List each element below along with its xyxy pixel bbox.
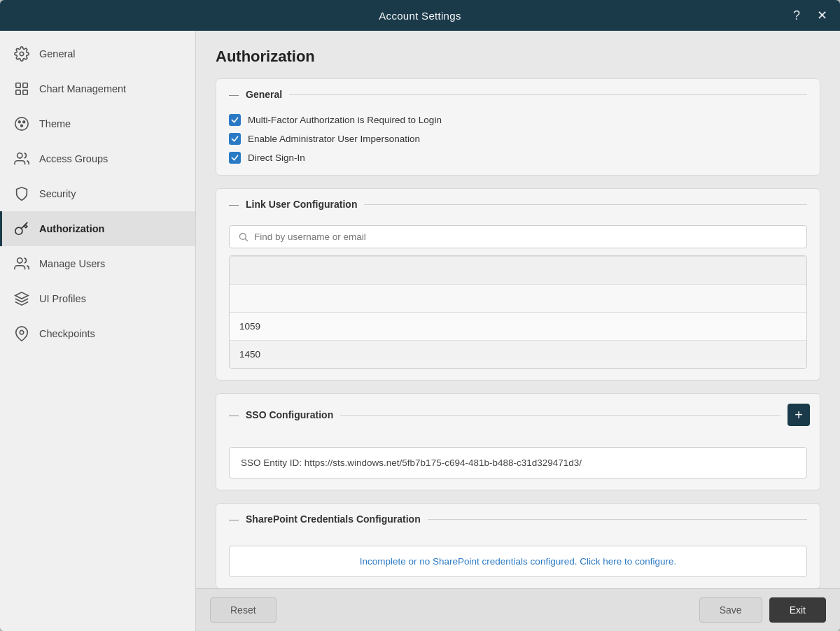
sidebar-item-theme[interactable]: Theme bbox=[0, 106, 195, 141]
general-dash: — bbox=[229, 89, 239, 100]
page-title: Authorization bbox=[216, 48, 820, 66]
palette-icon bbox=[14, 116, 29, 132]
sso-section-title: SSO Configuration bbox=[246, 409, 333, 420]
exit-button[interactable]: Exit bbox=[769, 597, 826, 623]
checkmark-icon bbox=[231, 154, 239, 162]
reset-button[interactable]: Reset bbox=[210, 597, 276, 623]
sso-entity-id-text: SSO Entity ID: https://sts.windows.net/5… bbox=[241, 458, 582, 468]
sharepoint-section-title: SharePoint Credentials Configuration bbox=[246, 513, 421, 525]
link-user-section: — Link User Configuration bbox=[216, 188, 820, 381]
titlebar-controls: ? ✕ bbox=[787, 6, 832, 25]
direct-signin-checkbox[interactable] bbox=[229, 152, 241, 164]
content-area: Authorization — General Multi-Factor bbox=[196, 31, 840, 631]
impersonation-checkbox[interactable] bbox=[229, 133, 241, 145]
general-section-body: Multi-Factor Authorization is Required t… bbox=[216, 106, 820, 175]
sidebar-item-authorization[interactable]: Authorization bbox=[0, 211, 195, 246]
main-content: General Chart Management Theme Access Gr… bbox=[0, 31, 840, 631]
location-icon bbox=[14, 326, 29, 341]
checkmark-icon bbox=[231, 116, 239, 124]
sso-section-body: SSO Entity ID: https://sts.windows.net/5… bbox=[216, 432, 820, 490]
checkmark-icon bbox=[231, 135, 239, 143]
sharepoint-dash: — bbox=[229, 513, 239, 525]
svg-line-15 bbox=[245, 239, 247, 241]
svg-rect-4 bbox=[23, 90, 27, 94]
link-user-list: 1059 1450 bbox=[229, 255, 807, 369]
active-indicator bbox=[0, 211, 2, 246]
direct-signin-label: Direct Sign-In bbox=[248, 153, 305, 163]
link-user-section-line bbox=[364, 204, 807, 205]
sidebar: General Chart Management Theme Access Gr… bbox=[0, 31, 196, 631]
svg-point-6 bbox=[18, 121, 20, 123]
sidebar-label-manage-users: Manage Users bbox=[39, 258, 105, 269]
sidebar-item-security[interactable]: Security bbox=[0, 176, 195, 211]
link-user-section-title: Link User Configuration bbox=[246, 199, 357, 210]
link-user-dash: — bbox=[229, 199, 239, 210]
svg-point-5 bbox=[15, 118, 28, 130]
svg-point-11 bbox=[18, 258, 22, 263]
svg-point-13 bbox=[20, 330, 24, 334]
sidebar-label-general: General bbox=[39, 48, 76, 59]
mfa-checkbox[interactable] bbox=[229, 114, 241, 126]
save-button[interactable]: Save bbox=[699, 597, 762, 623]
sidebar-label-ui-profiles: UI Profiles bbox=[39, 293, 86, 304]
sidebar-label-authorization: Authorization bbox=[39, 223, 104, 234]
sso-section-line bbox=[340, 415, 780, 416]
general-section-line bbox=[289, 94, 807, 95]
svg-rect-3 bbox=[16, 90, 20, 94]
list-item[interactable]: 1059 bbox=[230, 312, 806, 340]
general-section-header: — General bbox=[216, 79, 820, 106]
list-item[interactable] bbox=[230, 284, 806, 312]
sidebar-label-access-groups: Access Groups bbox=[39, 153, 108, 164]
account-settings-window: Account Settings ? ✕ General Chart Manag… bbox=[0, 0, 840, 631]
sharepoint-section-line bbox=[428, 519, 807, 520]
sso-add-button[interactable]: + bbox=[788, 404, 810, 426]
bottom-right-buttons: Save Exit bbox=[699, 597, 826, 623]
sidebar-item-checkpoints[interactable]: Checkpoints bbox=[0, 316, 195, 351]
sharepoint-configure-link[interactable]: Incomplete or no SharePoint credentials … bbox=[350, 546, 687, 576]
sidebar-label-checkpoints: Checkpoints bbox=[39, 328, 95, 339]
user-settings-icon bbox=[14, 256, 29, 271]
svg-point-14 bbox=[240, 234, 246, 240]
search-box[interactable] bbox=[229, 225, 807, 248]
titlebar: Account Settings ? ✕ bbox=[0, 0, 840, 31]
general-section-title: General bbox=[246, 89, 282, 100]
svg-rect-2 bbox=[23, 83, 27, 87]
sharepoint-section: — SharePoint Credentials Configuration I… bbox=[216, 503, 820, 588]
sso-entity-id-box: SSO Entity ID: https://sts.windows.net/5… bbox=[229, 447, 807, 478]
sidebar-item-ui-profiles[interactable]: UI Profiles bbox=[0, 281, 195, 316]
sidebar-item-chart-management[interactable]: Chart Management bbox=[0, 71, 195, 106]
layers-icon bbox=[14, 291, 29, 306]
list-item[interactable] bbox=[230, 256, 806, 284]
chart-icon bbox=[14, 81, 29, 97]
list-item[interactable]: 1450 bbox=[230, 340, 806, 368]
sidebar-item-manage-users[interactable]: Manage Users bbox=[0, 246, 195, 281]
close-button[interactable]: ✕ bbox=[812, 6, 832, 25]
sso-section: — SSO Configuration + SSO Entity ID: htt… bbox=[216, 393, 820, 490]
svg-marker-12 bbox=[15, 292, 28, 299]
help-button[interactable]: ? bbox=[787, 6, 806, 25]
mfa-label: Multi-Factor Authorization is Required t… bbox=[248, 115, 442, 125]
sidebar-label-security: Security bbox=[39, 188, 76, 199]
svg-point-7 bbox=[23, 121, 25, 123]
sharepoint-link-box[interactable]: Incomplete or no SharePoint credentials … bbox=[229, 546, 807, 577]
key-icon bbox=[14, 221, 29, 236]
general-section: — General Multi-Factor Authorization is … bbox=[216, 78, 820, 176]
sidebar-label-theme: Theme bbox=[39, 118, 71, 129]
svg-point-10 bbox=[15, 227, 22, 234]
search-icon bbox=[238, 232, 248, 242]
svg-rect-1 bbox=[16, 83, 20, 87]
bottom-bar: Reset Save Exit bbox=[196, 588, 840, 631]
window-title: Account Settings bbox=[379, 10, 461, 22]
sharepoint-section-header: — SharePoint Credentials Configuration bbox=[216, 504, 820, 530]
search-input[interactable] bbox=[254, 232, 798, 242]
mfa-checkbox-row: Multi-Factor Authorization is Required t… bbox=[229, 114, 807, 126]
shield-icon bbox=[14, 186, 29, 201]
users-group-icon bbox=[14, 151, 29, 166]
svg-point-0 bbox=[20, 52, 24, 56]
sidebar-item-general[interactable]: General bbox=[0, 36, 195, 71]
link-user-section-body: 1059 1450 bbox=[216, 215, 820, 380]
sidebar-item-access-groups[interactable]: Access Groups bbox=[0, 141, 195, 176]
sso-dash: — bbox=[229, 409, 239, 420]
gear-icon bbox=[14, 46, 29, 62]
sso-section-header: — SSO Configuration + bbox=[216, 394, 820, 432]
